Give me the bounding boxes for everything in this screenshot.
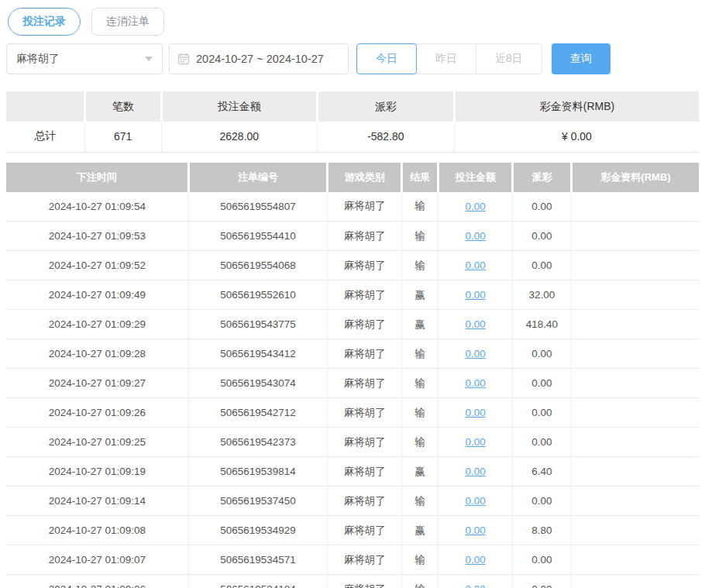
cell-result: 输 bbox=[401, 545, 438, 575]
bet-records-page: 投注记录 连消注单 麻将胡了 2024- bbox=[0, 0, 705, 588]
cell-game-type: 麻将胡了 bbox=[328, 192, 402, 222]
cell-game-type: 麻将胡了 bbox=[328, 487, 402, 516]
cell-bet-time: 2024-10-27 01:09:25 bbox=[6, 428, 188, 457]
cell-result: 输 bbox=[401, 369, 438, 398]
cell-bet-amount: 0.00 bbox=[438, 487, 513, 516]
cell-payout: 0.00 bbox=[512, 251, 571, 280]
cell-result: 输 bbox=[401, 487, 438, 516]
cell-bet-amount: 0.00 bbox=[438, 222, 513, 251]
bet-amount-link[interactable]: 0.00 bbox=[466, 554, 486, 566]
bet-amount-link[interactable]: 0.00 bbox=[466, 230, 486, 242]
cell-game-type: 麻将胡了 bbox=[328, 575, 402, 588]
header-result: 结果 bbox=[401, 163, 438, 192]
cell-result: 输 bbox=[401, 575, 438, 588]
cell-bet-amount: 0.00 bbox=[438, 516, 513, 545]
bet-amount-link[interactable]: 0.00 bbox=[466, 583, 486, 588]
bet-table-header-row: 下注时间 注单编号 游戏类别 结果 投注金额 派彩 彩金资料(RMB) bbox=[6, 163, 699, 192]
table-row: 2024-10-27 01:09:52 5065619554068 麻将胡了 输… bbox=[6, 251, 699, 280]
date-range-value: 2024-10-27 ~ 2024-10-27 bbox=[196, 53, 324, 65]
yesterday-button[interactable]: 昨日 bbox=[416, 43, 476, 74]
bet-amount-link[interactable]: 0.00 bbox=[466, 436, 486, 448]
table-row: 2024-10-27 01:09:28 5065619543412 麻将胡了 输… bbox=[6, 339, 699, 369]
table-row: 2024-10-27 01:09:25 5065619542373 麻将胡了 输… bbox=[6, 428, 699, 457]
cell-payout: 0.00 bbox=[512, 339, 571, 369]
date-range-input[interactable]: 2024-10-27 ~ 2024-10-27 bbox=[169, 43, 349, 74]
last-8-days-button[interactable]: 近8日 bbox=[476, 43, 542, 74]
cell-order-id: 5065619543412 bbox=[188, 339, 328, 369]
calendar-icon bbox=[177, 53, 190, 65]
cell-game-type: 麻将胡了 bbox=[328, 310, 402, 339]
cell-bonus bbox=[571, 575, 699, 588]
cell-game-type: 麻将胡了 bbox=[328, 457, 402, 487]
summary-header-bonus: 彩金资料(RMB) bbox=[454, 91, 699, 122]
cell-order-id: 5065619543074 bbox=[188, 369, 328, 398]
summary-total-bet-amount: 2628.00 bbox=[161, 122, 317, 152]
cell-payout: 0.00 bbox=[512, 428, 571, 457]
summary-header-blank bbox=[6, 91, 84, 122]
table-row: 2024-10-27 01:09:06 5065619534184 麻将胡了 输… bbox=[6, 575, 699, 588]
table-row: 2024-10-27 01:09:27 5065619543074 麻将胡了 输… bbox=[6, 369, 699, 398]
bet-amount-link[interactable]: 0.00 bbox=[466, 201, 486, 212]
table-row: 2024-10-27 01:09:54 5065619554807 麻将胡了 输… bbox=[6, 192, 699, 222]
summary-total-count: 671 bbox=[84, 122, 161, 152]
cell-payout: 8.80 bbox=[512, 516, 571, 545]
cell-payout: 0.00 bbox=[512, 192, 571, 222]
tab-cancelled-orders[interactable]: 连消注单 bbox=[91, 8, 164, 36]
bet-amount-link[interactable]: 0.00 bbox=[466, 318, 486, 330]
today-button[interactable]: 今日 bbox=[356, 43, 417, 74]
cell-result: 输 bbox=[401, 339, 438, 369]
bet-amount-link[interactable]: 0.00 bbox=[466, 495, 486, 507]
cell-bonus bbox=[571, 545, 699, 575]
cell-bet-amount: 0.00 bbox=[438, 575, 513, 588]
cell-bet-time: 2024-10-27 01:09:14 bbox=[6, 487, 188, 516]
header-order-id: 注单编号 bbox=[188, 163, 328, 192]
cell-bonus bbox=[571, 339, 699, 369]
header-bonus: 彩金资料(RMB) bbox=[571, 163, 699, 192]
table-row: 2024-10-27 01:09:19 5065619539814 麻将胡了 赢… bbox=[6, 457, 699, 487]
game-select[interactable]: 麻将胡了 bbox=[6, 43, 163, 74]
cell-payout: 0.00 bbox=[512, 398, 571, 428]
chevron-down-icon bbox=[145, 57, 153, 61]
cell-bonus bbox=[571, 457, 699, 487]
cell-game-type: 麻将胡了 bbox=[328, 369, 402, 398]
cell-bet-amount: 0.00 bbox=[438, 251, 513, 280]
table-row: 2024-10-27 01:09:07 5065619534571 麻将胡了 输… bbox=[6, 545, 699, 575]
game-select-value: 麻将胡了 bbox=[16, 52, 60, 66]
query-button[interactable]: 查询 bbox=[552, 43, 610, 74]
cell-bonus bbox=[571, 222, 699, 251]
cell-bet-amount: 0.00 bbox=[438, 457, 513, 487]
bet-amount-link[interactable]: 0.00 bbox=[466, 289, 486, 301]
summary-header-bet-amount: 投注金额 bbox=[161, 91, 317, 122]
cell-bonus bbox=[571, 487, 699, 516]
summary-total-label: 总计 bbox=[6, 122, 84, 152]
bet-amount-link[interactable]: 0.00 bbox=[466, 377, 486, 389]
cell-result: 输 bbox=[401, 192, 438, 222]
cell-payout: 418.40 bbox=[512, 310, 571, 339]
bet-amount-link[interactable]: 0.00 bbox=[466, 348, 486, 359]
cell-order-id: 5065619543775 bbox=[188, 310, 328, 339]
cell-bet-time: 2024-10-27 01:09:29 bbox=[6, 310, 188, 339]
cell-bonus bbox=[571, 310, 699, 339]
cell-bet-amount: 0.00 bbox=[438, 310, 513, 339]
bet-amount-link[interactable]: 0.00 bbox=[466, 407, 486, 418]
cell-bet-time: 2024-10-27 01:09:19 bbox=[6, 457, 188, 487]
cell-order-id: 5065619552610 bbox=[188, 280, 328, 310]
summary-header-row: 笔数 投注金额 派彩 彩金资料(RMB) bbox=[6, 91, 699, 122]
bet-amount-link[interactable]: 0.00 bbox=[466, 466, 486, 477]
summary-header-count: 笔数 bbox=[84, 91, 161, 122]
cell-bet-amount: 0.00 bbox=[438, 398, 513, 428]
cell-order-id: 5065619539814 bbox=[188, 457, 328, 487]
cell-order-id: 5065619537450 bbox=[188, 487, 328, 516]
cell-order-id: 5065619554410 bbox=[188, 222, 328, 251]
header-bet-time: 下注时间 bbox=[6, 163, 188, 192]
cell-order-id: 5065619534571 bbox=[188, 545, 328, 575]
tab-bet-records[interactable]: 投注记录 bbox=[8, 8, 81, 36]
table-row: 2024-10-27 01:09:29 5065619543775 麻将胡了 赢… bbox=[6, 310, 699, 339]
cell-game-type: 麻将胡了 bbox=[328, 280, 402, 310]
cell-game-type: 麻将胡了 bbox=[328, 428, 402, 457]
bet-amount-link[interactable]: 0.00 bbox=[466, 524, 486, 536]
table-row: 2024-10-27 01:09:26 5065619542712 麻将胡了 输… bbox=[6, 398, 699, 428]
bet-amount-link[interactable]: 0.00 bbox=[466, 260, 486, 271]
cell-result: 输 bbox=[401, 222, 438, 251]
summary-header-payout: 派彩 bbox=[317, 91, 454, 122]
